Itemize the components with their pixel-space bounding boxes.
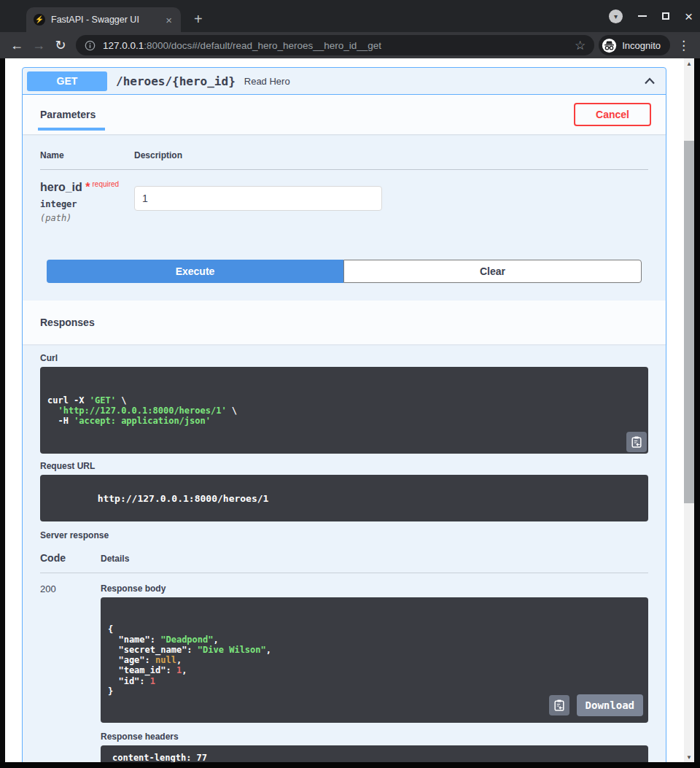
page-scrollbar[interactable]: ▲ ▼ [684, 58, 694, 762]
responses-section: Curl curl -X 'GET' \ 'http://127.0.0.1:8… [23, 344, 666, 762]
endpoint-opblock: GET /heroes/{hero_id} Read Hero Paramete… [22, 67, 666, 762]
endpoint-summary[interactable]: GET /heroes/{hero_id} Read Hero [23, 68, 666, 95]
column-description: Description [134, 150, 182, 160]
curl-label: Curl [40, 353, 648, 363]
copy-curl-button[interactable] [626, 432, 647, 452]
incognito-badge: Incognito [599, 35, 670, 55]
tab-close-icon[interactable]: × [164, 14, 174, 26]
response-body-buttons: Download [549, 694, 643, 716]
endpoint-summary-text: Read Hero [244, 76, 290, 87]
browser-menu-icon[interactable]: ⋮ [677, 38, 690, 53]
collapse-chevron-icon[interactable] [644, 77, 656, 85]
column-code: Code [40, 552, 101, 564]
status-code: 200 [40, 581, 101, 762]
parameter-name: hero_id [40, 181, 82, 193]
reload-button[interactable]: ↻ [50, 37, 71, 53]
tab-title: FastAPI - Swagger UI [51, 15, 164, 25]
browser-tab[interactable]: ⚡ FastAPI - Swagger UI × [26, 7, 181, 32]
bookmark-star-icon[interactable]: ☆ [575, 38, 586, 53]
curl-block: curl -X 'GET' \ 'http://127.0.0.1:8000/h… [40, 367, 648, 454]
clear-button[interactable]: Clear [343, 260, 642, 283]
maximize-button[interactable] [662, 12, 669, 20]
endpoint-path: /heroes/{hero_id} [116, 74, 236, 88]
copy-response-button[interactable] [549, 695, 569, 715]
url-path: :8000/docs#/default/read_hero_heroes__he… [144, 40, 381, 51]
fastapi-favicon-icon: ⚡ [34, 14, 45, 26]
minimize-button[interactable] [638, 15, 647, 17]
window-controls: ▾ × [609, 0, 693, 32]
browser-update-icon[interactable]: ▾ [609, 9, 623, 23]
forward-button[interactable]: → [28, 38, 50, 53]
response-body-block: { "name": "Deadpond", "secret_name": "Di… [101, 597, 648, 723]
request-url-label: Request URL [40, 461, 648, 471]
scroll-down-icon[interactable]: ▼ [684, 752, 694, 762]
info-icon[interactable] [85, 40, 96, 51]
method-badge: GET [27, 71, 107, 91]
window-bottom-edge [0, 762, 700, 768]
parameter-type: integer [40, 199, 134, 209]
scrollbar-thumb[interactable] [684, 141, 694, 503]
response-body-label: Response body [101, 583, 648, 594]
parameter-location: (path) [40, 213, 134, 223]
download-button[interactable]: Download [577, 694, 643, 716]
column-name: Name [40, 150, 134, 160]
server-response-row: 200 Response body { "name": "Deadpond", … [40, 573, 648, 762]
scroll-up-icon[interactable]: ▲ [684, 58, 694, 69]
response-headers-block: content-length: 77content-type: applicat… [101, 745, 648, 762]
url-text: 127.0.0.1:8000/docs#/default/read_hero_h… [103, 40, 569, 51]
parameters-table: Name Description hero_id *required integ… [23, 134, 666, 283]
back-button[interactable]: ← [6, 38, 28, 53]
tab-parameters[interactable]: Parameters [40, 109, 96, 120]
url-host: 127.0.0.1 [103, 40, 144, 51]
parameters-header: Parameters Cancel [23, 95, 666, 134]
server-response-label: Server response [40, 530, 648, 540]
responses-title: Responses [40, 317, 95, 328]
incognito-icon [602, 38, 617, 53]
response-details-cell: Response body { "name": "Deadpond", "sec… [101, 581, 648, 762]
browser-toolbar: ← → ↻ 127.0.0.1:8000/docs#/default/read_… [0, 32, 700, 58]
parameter-value-cell [134, 180, 382, 223]
clipboard-icon [631, 436, 642, 448]
parameters-table-head: Name Description [40, 134, 648, 170]
hero-id-input[interactable] [134, 186, 382, 211]
request-url-block: http://127.0.0.1:8000/heroes/1 [40, 475, 648, 521]
parameter-row: hero_id *required integer (path) [40, 170, 648, 223]
new-tab-button[interactable]: + [194, 11, 203, 28]
response-headers-label: Response headers [101, 732, 648, 742]
responses-section-header: Responses [23, 300, 666, 344]
required-label: required [92, 180, 119, 188]
execute-row: Execute Clear [47, 260, 642, 283]
window-close-button[interactable]: × [685, 9, 693, 23]
request-url-value: http://127.0.0.1:8000/heroes/1 [98, 493, 269, 504]
column-details: Details [101, 554, 129, 564]
required-star: * [82, 181, 90, 193]
parameter-name-cell: hero_id *required integer (path) [40, 180, 134, 223]
cancel-button[interactable]: Cancel [574, 103, 651, 126]
incognito-label: Incognito [622, 40, 661, 51]
server-response-table-head: Code Details [40, 540, 648, 573]
execute-button[interactable]: Execute [47, 260, 343, 283]
tab-strip: ⚡ FastAPI - Swagger UI × + ▾ × [0, 0, 700, 32]
clipboard-icon [554, 699, 564, 711]
swagger-page: GET /heroes/{hero_id} Read Hero Paramete… [5, 58, 684, 762]
url-bar[interactable]: 127.0.0.1:8000/docs#/default/read_hero_h… [76, 35, 594, 55]
browser-chrome: ⚡ FastAPI - Swagger UI × + ▾ × ← → ↻ 127… [0, 0, 700, 58]
